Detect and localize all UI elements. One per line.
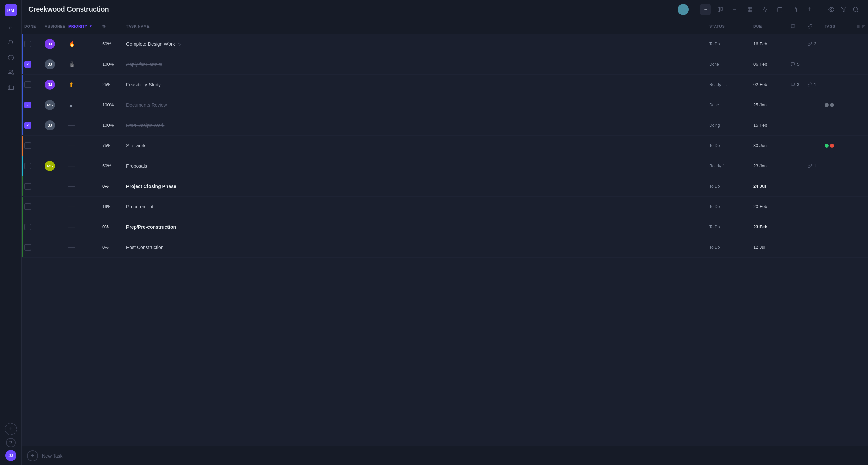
search-button[interactable] [850, 4, 861, 15]
task-status: To Do [709, 225, 753, 229]
task-checkbox[interactable] [24, 102, 31, 108]
sidebar-user-avatar[interactable]: JJ [5, 450, 16, 461]
add-task-button[interactable]: + [27, 450, 38, 461]
table-row: MS—50%ProposalsReady f...23 Jan1 [22, 156, 868, 176]
col-priority[interactable]: PRIORITY ▼ [68, 24, 102, 28]
gantt-view-button[interactable] [730, 4, 741, 15]
assignee-avatar: JJ [45, 120, 55, 130]
assignee-avatar: MS [45, 100, 55, 110]
watch-button[interactable] [826, 4, 837, 15]
task-due-date: 02 Feb [753, 82, 791, 87]
task-checkbox[interactable] [24, 61, 31, 68]
task-name[interactable]: Site work [126, 143, 709, 148]
sidebar-help[interactable]: ? [6, 438, 16, 447]
filter-button[interactable] [838, 4, 849, 15]
task-due-date: 16 Feb [753, 41, 791, 46]
row-indicator [22, 217, 23, 237]
task-table: DONE ASSIGNEE PRIORITY ▼ % TASK NAME STA… [22, 19, 868, 446]
list-view-button[interactable] [700, 4, 711, 15]
table-row: —0%Project Closing PhaseTo Do24 Jul [22, 176, 868, 197]
svg-point-25 [853, 7, 857, 11]
task-links: 2 [808, 42, 825, 46]
priority-icon: 🔥 [68, 61, 102, 67]
priority-icon: ▲ [68, 102, 102, 108]
task-name[interactable]: Documents Review [126, 102, 709, 108]
task-name[interactable]: Prep/Pre-construction [126, 224, 709, 230]
files-view-button[interactable] [789, 4, 800, 15]
task-checkbox[interactable] [24, 122, 31, 129]
task-checkbox[interactable] [24, 163, 31, 169]
topbar-right-icons [826, 4, 861, 15]
task-due-date: 25 Jan [753, 102, 791, 107]
col-tags: TAGS [825, 24, 865, 28]
add-view-button[interactable]: + [804, 4, 815, 15]
task-name[interactable]: Feasibility Study [126, 82, 709, 87]
task-checkbox[interactable] [24, 81, 31, 88]
table-row: JJ⬆25%Feasibility StudyReady f...02 Feb3… [22, 75, 868, 95]
task-percent: 0% [102, 245, 126, 250]
priority-icon: 🔥 [68, 41, 102, 47]
task-tags [825, 103, 865, 107]
topbar: Creekwood Construction + [22, 0, 868, 19]
task-name[interactable]: Start Design Work [126, 123, 709, 128]
assignee-avatar: JJ [45, 80, 55, 90]
task-status: Done [709, 103, 753, 107]
row-indicator [22, 176, 23, 196]
task-name[interactable]: Procurement [126, 204, 709, 209]
row-indicator [22, 115, 23, 135]
task-checkbox[interactable] [24, 203, 31, 210]
task-status: To Do [709, 143, 753, 148]
row-indicator [22, 95, 23, 115]
task-checkbox[interactable] [24, 41, 31, 47]
task-percent: 100% [102, 62, 126, 67]
task-status: Done [709, 62, 753, 67]
priority-icon: — [68, 122, 102, 129]
task-status: Ready f... [709, 82, 753, 87]
priority-icon: — [68, 162, 102, 169]
task-percent: 50% [102, 41, 126, 46]
calendar-view-button[interactable] [774, 4, 785, 15]
sidebar-item-portfolio[interactable] [5, 81, 17, 94]
row-indicator [22, 237, 23, 257]
table-row: —0%Prep/Pre-constructionTo Do23 Feb [22, 217, 868, 237]
task-name-suffix: ◇ [178, 42, 181, 46]
sidebar-add-project[interactable]: + [5, 423, 17, 435]
sidebar-item-home[interactable]: ⌂ [5, 22, 17, 34]
timeline-view-button[interactable] [760, 4, 770, 15]
svg-line-26 [857, 11, 858, 12]
task-name[interactable]: Apply for Permits [126, 62, 709, 67]
task-due-date: 23 Feb [753, 224, 791, 229]
task-checkbox[interactable] [24, 183, 31, 190]
task-name[interactable]: Post Construction [126, 245, 709, 250]
assignee-avatar: JJ [45, 59, 55, 69]
sidebar-item-history[interactable] [5, 52, 17, 64]
col-due: DUE [753, 24, 791, 28]
task-name[interactable]: Proposals [126, 163, 709, 169]
task-checkbox[interactable] [24, 244, 31, 251]
task-due-date: 24 Jul [753, 184, 791, 189]
sidebar-item-notifications[interactable] [5, 37, 17, 49]
board-view-button[interactable] [715, 4, 726, 15]
task-name[interactable]: Project Closing Phase [126, 184, 709, 189]
task-checkbox[interactable] [24, 142, 31, 149]
task-percent: 25% [102, 82, 126, 87]
task-due-date: 23 Jan [753, 163, 791, 168]
tag-dot [825, 103, 829, 107]
task-status: To Do [709, 42, 753, 46]
comment-count: 3 [797, 82, 800, 87]
task-due-date: 20 Feb [753, 204, 791, 209]
table-row: —0%Post ConstructionTo Do12 Jul [22, 237, 868, 258]
col-percent: % [102, 24, 126, 28]
table-row: JJ🔥50%Complete Design Work ◇To Do16 Feb2 [22, 34, 868, 54]
sidebar-item-team[interactable] [5, 66, 17, 79]
col-status: STATUS [709, 24, 753, 28]
task-percent: 100% [102, 123, 126, 128]
task-name[interactable]: Complete Design Work ◇ [126, 41, 709, 47]
task-percent: 100% [102, 102, 126, 107]
table-view-button[interactable] [745, 4, 755, 15]
table-row: JJ🔥100%Apply for PermitsDone06 Feb5 [22, 54, 868, 75]
task-checkbox[interactable] [24, 224, 31, 230]
table-row: —19%ProcurementTo Do20 Feb [22, 197, 868, 217]
row-indicator [22, 34, 23, 54]
task-status: Ready f... [709, 164, 753, 168]
